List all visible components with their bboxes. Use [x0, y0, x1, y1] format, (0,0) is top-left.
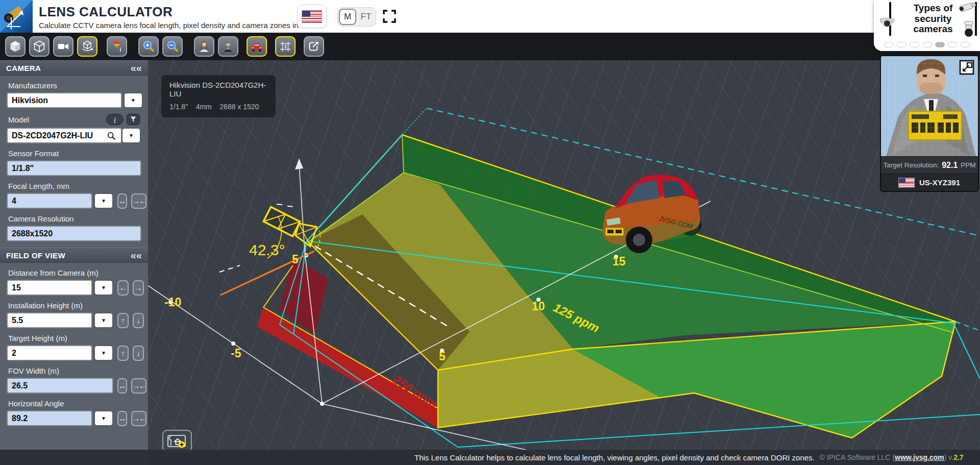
model-filter-button[interactable]: [127, 114, 140, 125]
svg-text:i: i: [120, 47, 121, 53]
fov-width-input[interactable]: [7, 378, 113, 394]
fov-section-title: FIELD OF VIEW: [6, 251, 131, 260]
manufacturers-input[interactable]: [7, 92, 122, 108]
focal-widen-button[interactable]: ↔: [117, 193, 127, 209]
fov-width-narrow-button[interactable]: →←: [131, 378, 146, 394]
target-height-input[interactable]: [7, 345, 92, 361]
collapse-panel-icon[interactable]: ««: [131, 250, 142, 260]
install-height-input[interactable]: [7, 312, 92, 328]
camera-resolution-input[interactable]: [7, 226, 141, 241]
add-car-button[interactable]: [247, 36, 267, 57]
target-height-up-button[interactable]: ↑: [117, 346, 129, 361]
horizontal-angle-input[interactable]: [7, 410, 92, 426]
target-height-label: Target Height (m): [8, 334, 148, 342]
rotate-3d-view-button[interactable]: [77, 36, 97, 57]
plate-value: US-XYZ391: [919, 178, 960, 187]
bullet-camera-icon: [957, 1, 978, 13]
distance-decrease-button[interactable]: ←: [117, 280, 129, 296]
horizontal-angle-narrow-button[interactable]: →←: [131, 411, 146, 426]
fov-width-label: FOV Width (m): [8, 366, 148, 375]
carousel-dot-active[interactable]: [935, 42, 945, 47]
types-of-cameras-card[interactable]: Types of security cameras: [874, 0, 980, 51]
distance-increase-button[interactable]: →: [133, 280, 144, 296]
camera-section-header[interactable]: CAMERA ««: [0, 60, 148, 76]
sensor-format-input[interactable]: [7, 160, 141, 176]
share-export-button[interactable]: [304, 36, 324, 57]
camera-section-title: CAMERA: [6, 64, 131, 72]
language-flag-button[interactable]: [297, 5, 327, 28]
carousel-dot[interactable]: [884, 42, 894, 47]
carousel-dot[interactable]: [961, 42, 970, 47]
add-floorplan-button[interactable]: [162, 430, 192, 452]
collapse-panel-icon[interactable]: ««: [131, 63, 142, 73]
fov-section-header[interactable]: FIELD OF VIEW ««: [0, 248, 148, 263]
app-header: LENS CALCULATOR Calculate CCTV camera le…: [0, 0, 980, 33]
floorplan-icon: [167, 433, 187, 449]
target-resolution-value: 92.1: [942, 161, 958, 170]
main-toolbar: i: [0, 33, 980, 60]
focal-length-label: Focal Length, mm: [8, 182, 148, 190]
focal-length-input[interactable]: [7, 193, 92, 209]
rotate-3d-icon: [81, 40, 94, 53]
target-resolution-label: Target Resolution:: [883, 161, 939, 169]
camera-view-button[interactable]: [53, 36, 74, 57]
grid-icon: 1: [279, 40, 292, 53]
manufacturers-dropdown-button[interactable]: ▼: [124, 92, 143, 108]
status-bar: This Lens Calculator helps to calculate …: [0, 450, 980, 465]
zoom-out-button[interactable]: [162, 36, 183, 57]
model-info-button[interactable]: i: [106, 114, 124, 125]
fov-width-widen-button[interactable]: ↔: [117, 378, 127, 394]
zoom-in-button[interactable]: [138, 36, 159, 57]
view-cube-wireframe-button[interactable]: [29, 36, 50, 57]
distance-input[interactable]: [7, 280, 92, 296]
distance-dropdown-button[interactable]: ▼: [94, 280, 113, 296]
carousel-dot[interactable]: [910, 42, 919, 47]
camera-info-tooltip: Hikvision DS-2CD2047G2H-LIU 1/1.8" 4mm 2…: [161, 75, 276, 117]
carousel-dot[interactable]: [897, 42, 906, 47]
scene-3d-viewport[interactable]: [148, 60, 980, 465]
add-person-female-button[interactable]: [194, 36, 214, 57]
fullscreen-button[interactable]: [382, 9, 397, 24]
zoom-in-icon: [142, 40, 155, 53]
horizontal-angle-widen-button[interactable]: ↔: [117, 411, 127, 426]
model-dropdown-button[interactable]: ▼: [121, 128, 141, 143]
distance-label: Distance from Camera (m): [8, 268, 148, 277]
dori-cone-icon: i: [110, 40, 124, 53]
share-icon: [307, 40, 321, 53]
install-height-down-button[interactable]: ↓: [133, 313, 144, 328]
add-person-male-button[interactable]: [218, 36, 238, 57]
status-message: This Lens Calculator helps to calculate …: [414, 453, 815, 462]
target-height-down-button[interactable]: ↓: [133, 346, 144, 361]
view-cube-solid-button[interactable]: [5, 36, 26, 57]
horizontal-angle-dropdown-button[interactable]: ▼: [94, 410, 113, 426]
person-female-icon: [198, 40, 211, 53]
horizontal-angle-label: Horizontal Angle: [8, 399, 148, 408]
grid-snap-button[interactable]: 1: [275, 36, 296, 57]
expand-icon: [959, 59, 975, 76]
carousel-dot[interactable]: [922, 42, 932, 47]
preview-expand-button[interactable]: [959, 59, 975, 76]
units-toggle: M FT: [337, 7, 376, 27]
dori-zones-button[interactable]: i: [107, 36, 127, 57]
tooltip-model-name: Hikvision DS-2CD2047G2H-LIU: [169, 81, 267, 98]
focal-length-dropdown-button[interactable]: ▼: [94, 193, 113, 209]
install-height-dropdown-button[interactable]: ▼: [94, 312, 113, 328]
us-flag-icon: [899, 178, 914, 187]
units-feet-button[interactable]: FT: [357, 9, 375, 25]
install-height-label: Installation Height (m): [8, 301, 148, 310]
model-search-button[interactable]: [103, 128, 120, 143]
jvsg-link[interactable]: www.jvsg.com: [895, 453, 944, 461]
us-flag-icon: [302, 11, 322, 22]
person-male-icon: [222, 40, 235, 53]
install-height-up-button[interactable]: ↑: [117, 313, 129, 328]
camera-resolution-label: Camera Resolution: [8, 214, 148, 223]
focal-narrow-button[interactable]: →←: [131, 193, 146, 209]
target-height-dropdown-button[interactable]: ▼: [94, 345, 113, 361]
target-resolution-unit: PPM: [961, 161, 975, 169]
carousel-dot[interactable]: [948, 42, 958, 47]
manufacturers-label: Manufacturers: [8, 81, 148, 90]
units-metric-button[interactable]: M: [339, 9, 356, 25]
carousel-dots: [874, 42, 980, 47]
page-subtitle: Calculate CCTV camera lens focal length,…: [39, 21, 310, 30]
plate-row: US-XYZ391: [881, 174, 978, 191]
